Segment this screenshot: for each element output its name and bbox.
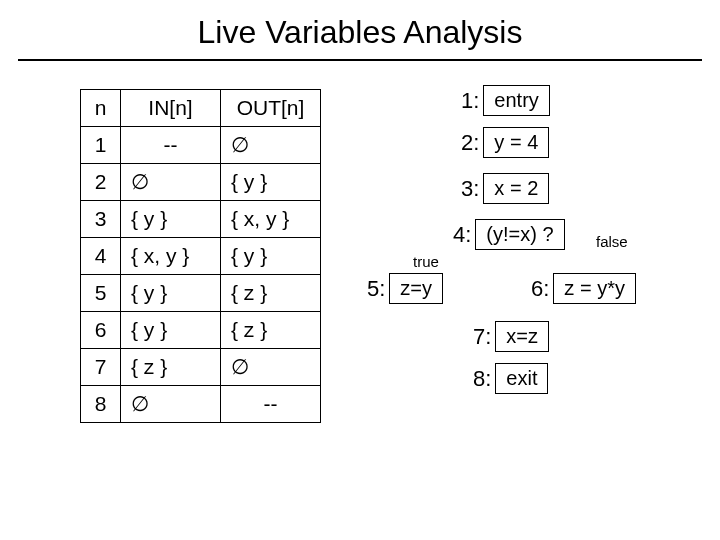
cell-n: 2 — [81, 164, 121, 201]
cell-out: -- — [221, 386, 321, 423]
node-box: z = y*y — [553, 273, 636, 304]
node-box: z=y — [389, 273, 443, 304]
cell-out: ∅ — [221, 349, 321, 386]
col-in-header: IN[n] — [121, 90, 221, 127]
node-num: 1: — [461, 88, 479, 114]
table-row: 5 { y } { z } — [81, 275, 321, 312]
cell-in: { y } — [121, 201, 221, 238]
col-out-header: OUT[n] — [221, 90, 321, 127]
node-box: exit — [495, 363, 548, 394]
cell-in: -- — [121, 127, 221, 164]
node-num: 8: — [473, 366, 491, 392]
node-num: 6: — [531, 276, 549, 302]
cell-in: { z } — [121, 349, 221, 386]
cell-n: 7 — [81, 349, 121, 386]
cfg-node-6: 6: z = y*y — [531, 273, 636, 304]
page-title: Live Variables Analysis — [0, 0, 720, 59]
table-row: 1 -- ∅ — [81, 127, 321, 164]
cell-n: 3 — [81, 201, 121, 238]
cfg-node-3: 3: x = 2 — [461, 173, 549, 204]
control-flow-graph: 1: entry 2: y = 4 3: x = 2 4: (y!=x) ? t… — [361, 85, 671, 505]
content-area: n IN[n] OUT[n] 1 -- ∅ 2 ∅ { y } 3 { y } … — [0, 81, 720, 505]
cell-in: ∅ — [121, 164, 221, 201]
cell-n: 4 — [81, 238, 121, 275]
cell-in: { y } — [121, 275, 221, 312]
cfg-node-8: 8: exit — [473, 363, 548, 394]
cell-n: 5 — [81, 275, 121, 312]
edge-label-false: false — [596, 233, 628, 250]
col-n-header: n — [81, 90, 121, 127]
node-box: (y!=x) ? — [475, 219, 564, 250]
node-box: y = 4 — [483, 127, 549, 158]
node-box: x=z — [495, 321, 549, 352]
cell-out: { y } — [221, 238, 321, 275]
table-row: 6 { y } { z } — [81, 312, 321, 349]
table-row: 3 { y } { x, y } — [81, 201, 321, 238]
cell-n: 8 — [81, 386, 121, 423]
node-num: 2: — [461, 130, 479, 156]
cfg-node-2: 2: y = 4 — [461, 127, 549, 158]
table-row: 4 { x, y } { y } — [81, 238, 321, 275]
cell-out: { z } — [221, 275, 321, 312]
cell-out: { z } — [221, 312, 321, 349]
cell-n: 1 — [81, 127, 121, 164]
cfg-node-4: 4: (y!=x) ? — [453, 219, 565, 250]
node-num: 4: — [453, 222, 471, 248]
node-box: entry — [483, 85, 549, 116]
table-row: 2 ∅ { y } — [81, 164, 321, 201]
cell-in: ∅ — [121, 386, 221, 423]
edge-label-true: true — [413, 253, 439, 270]
node-num: 7: — [473, 324, 491, 350]
cell-in: { x, y } — [121, 238, 221, 275]
table-row: 8 ∅ -- — [81, 386, 321, 423]
title-rule — [18, 59, 702, 61]
cell-n: 6 — [81, 312, 121, 349]
cell-out: ∅ — [221, 127, 321, 164]
live-vars-table-wrap: n IN[n] OUT[n] 1 -- ∅ 2 ∅ { y } 3 { y } … — [80, 89, 321, 505]
table-header-row: n IN[n] OUT[n] — [81, 90, 321, 127]
node-num: 5: — [367, 276, 385, 302]
node-num: 3: — [461, 176, 479, 202]
cell-out: { y } — [221, 164, 321, 201]
cfg-node-5: 5: z=y — [367, 273, 443, 304]
cfg-node-1: 1: entry — [461, 85, 550, 116]
cfg-node-7: 7: x=z — [473, 321, 549, 352]
live-vars-table: n IN[n] OUT[n] 1 -- ∅ 2 ∅ { y } 3 { y } … — [80, 89, 321, 423]
table-row: 7 { z } ∅ — [81, 349, 321, 386]
node-box: x = 2 — [483, 173, 549, 204]
cell-in: { y } — [121, 312, 221, 349]
cell-out: { x, y } — [221, 201, 321, 238]
